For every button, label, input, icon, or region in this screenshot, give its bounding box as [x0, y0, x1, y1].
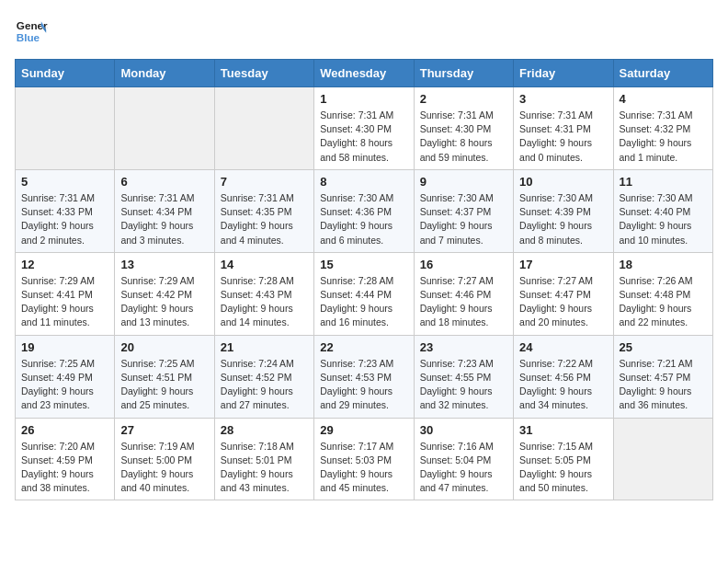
calendar-cell: 5Sunrise: 7:31 AM Sunset: 4:33 PM Daylig…: [16, 169, 115, 252]
day-info: Sunrise: 7:17 AM Sunset: 5:03 PM Dayligh…: [320, 440, 407, 496]
day-info: Sunrise: 7:27 AM Sunset: 4:46 PM Dayligh…: [420, 274, 507, 330]
day-number: 4: [620, 92, 707, 106]
calendar-cell: 23Sunrise: 7:23 AM Sunset: 4:55 PM Dayli…: [414, 335, 513, 418]
day-info: Sunrise: 7:19 AM Sunset: 5:00 PM Dayligh…: [120, 440, 208, 496]
day-info: Sunrise: 7:18 AM Sunset: 5:01 PM Dayligh…: [221, 440, 308, 496]
day-number: 21: [221, 340, 308, 354]
day-number: 13: [120, 258, 208, 271]
header-tuesday: Tuesday: [214, 60, 313, 87]
day-number: 8: [320, 175, 407, 189]
calendar-cell: 15Sunrise: 7:28 AM Sunset: 4:44 PM Dayli…: [314, 252, 414, 335]
day-info: Sunrise: 7:16 AM Sunset: 5:04 PM Dayligh…: [420, 440, 507, 496]
day-number: 17: [519, 258, 607, 271]
calendar-cell: 13Sunrise: 7:29 AM Sunset: 4:42 PM Dayli…: [115, 252, 214, 335]
day-info: Sunrise: 7:22 AM Sunset: 4:56 PM Dayligh…: [519, 357, 607, 413]
day-info: Sunrise: 7:31 AM Sunset: 4:32 PM Dayligh…: [620, 109, 707, 165]
calendar-cell: 3Sunrise: 7:31 AM Sunset: 4:31 PM Daylig…: [514, 87, 613, 170]
calendar-cell: 31Sunrise: 7:15 AM Sunset: 5:05 PM Dayli…: [514, 418, 613, 500]
day-info: Sunrise: 7:31 AM Sunset: 4:35 PM Dayligh…: [221, 191, 308, 247]
calendar-cell: 26Sunrise: 7:20 AM Sunset: 4:59 PM Dayli…: [16, 418, 115, 500]
day-number: 12: [21, 258, 108, 271]
day-number: 3: [519, 92, 607, 106]
day-number: 7: [221, 175, 308, 189]
day-number: 28: [221, 423, 308, 437]
day-number: 6: [120, 175, 208, 189]
day-info: Sunrise: 7:29 AM Sunset: 4:42 PM Dayligh…: [120, 274, 208, 330]
day-info: Sunrise: 7:21 AM Sunset: 4:57 PM Dayligh…: [620, 357, 707, 413]
day-info: Sunrise: 7:24 AM Sunset: 4:52 PM Dayligh…: [221, 357, 308, 413]
calendar-week-1: 1Sunrise: 7:31 AM Sunset: 4:30 PM Daylig…: [16, 87, 713, 170]
calendar-week-5: 26Sunrise: 7:20 AM Sunset: 4:59 PM Dayli…: [16, 418, 713, 500]
day-info: Sunrise: 7:30 AM Sunset: 4:37 PM Dayligh…: [420, 191, 507, 247]
header-friday: Friday: [514, 60, 613, 87]
svg-text:Blue: Blue: [17, 31, 40, 43]
day-number: 22: [320, 340, 407, 354]
day-number: 20: [120, 340, 208, 354]
day-info: Sunrise: 7:26 AM Sunset: 4:48 PM Dayligh…: [620, 274, 707, 330]
calendar-cell: 18Sunrise: 7:26 AM Sunset: 4:48 PM Dayli…: [613, 252, 712, 335]
calendar-cell: 19Sunrise: 7:25 AM Sunset: 4:49 PM Dayli…: [16, 335, 115, 418]
calendar-cell: 14Sunrise: 7:28 AM Sunset: 4:43 PM Dayli…: [214, 252, 313, 335]
logo: General Blue: [15, 15, 53, 48]
page-header: General Blue: [15, 15, 713, 48]
day-info: Sunrise: 7:15 AM Sunset: 5:05 PM Dayligh…: [519, 440, 607, 496]
calendar-cell: 25Sunrise: 7:21 AM Sunset: 4:57 PM Dayli…: [613, 335, 712, 418]
day-number: 19: [21, 340, 108, 354]
day-number: 18: [620, 258, 707, 271]
day-info: Sunrise: 7:30 AM Sunset: 4:40 PM Dayligh…: [620, 191, 707, 247]
calendar-cell: 30Sunrise: 7:16 AM Sunset: 5:04 PM Dayli…: [414, 418, 513, 500]
day-info: Sunrise: 7:23 AM Sunset: 4:55 PM Dayligh…: [420, 357, 507, 413]
day-info: Sunrise: 7:27 AM Sunset: 4:47 PM Dayligh…: [519, 274, 607, 330]
calendar-cell: 9Sunrise: 7:30 AM Sunset: 4:37 PM Daylig…: [414, 169, 513, 252]
day-number: 30: [420, 423, 507, 437]
day-info: Sunrise: 7:31 AM Sunset: 4:33 PM Dayligh…: [21, 191, 108, 247]
day-info: Sunrise: 7:30 AM Sunset: 4:36 PM Dayligh…: [320, 191, 407, 247]
calendar-cell: 6Sunrise: 7:31 AM Sunset: 4:34 PM Daylig…: [115, 169, 214, 252]
day-info: Sunrise: 7:31 AM Sunset: 4:31 PM Dayligh…: [519, 109, 607, 165]
calendar-cell: 4Sunrise: 7:31 AM Sunset: 4:32 PM Daylig…: [613, 87, 712, 170]
header-sunday: Sunday: [16, 60, 115, 87]
calendar-cell: 17Sunrise: 7:27 AM Sunset: 4:47 PM Dayli…: [514, 252, 613, 335]
day-number: 11: [620, 175, 707, 189]
header-thursday: Thursday: [414, 60, 513, 87]
day-number: 25: [620, 340, 707, 354]
day-number: 26: [21, 423, 108, 437]
day-info: Sunrise: 7:28 AM Sunset: 4:43 PM Dayligh…: [221, 274, 308, 330]
day-number: 9: [420, 175, 507, 189]
day-number: 24: [519, 340, 607, 354]
header-monday: Monday: [115, 60, 214, 87]
logo-icon: General Blue: [15, 15, 48, 48]
calendar-cell: 29Sunrise: 7:17 AM Sunset: 5:03 PM Dayli…: [314, 418, 414, 500]
day-number: 1: [320, 92, 407, 106]
calendar-table: SundayMondayTuesdayWednesdayThursdayFrid…: [15, 59, 713, 500]
day-number: 31: [519, 423, 607, 437]
calendar-cell: 16Sunrise: 7:27 AM Sunset: 4:46 PM Dayli…: [414, 252, 513, 335]
day-info: Sunrise: 7:31 AM Sunset: 4:30 PM Dayligh…: [320, 109, 407, 165]
day-info: Sunrise: 7:29 AM Sunset: 4:41 PM Dayligh…: [21, 274, 108, 330]
day-number: 15: [320, 258, 407, 271]
calendar-cell: 8Sunrise: 7:30 AM Sunset: 4:36 PM Daylig…: [314, 169, 414, 252]
day-number: 10: [519, 175, 607, 189]
calendar-cell: 1Sunrise: 7:31 AM Sunset: 4:30 PM Daylig…: [314, 87, 414, 170]
calendar-cell: 20Sunrise: 7:25 AM Sunset: 4:51 PM Dayli…: [115, 335, 214, 418]
calendar-cell: 7Sunrise: 7:31 AM Sunset: 4:35 PM Daylig…: [214, 169, 313, 252]
calendar-cell: 11Sunrise: 7:30 AM Sunset: 4:40 PM Dayli…: [613, 169, 712, 252]
calendar-cell: 2Sunrise: 7:31 AM Sunset: 4:30 PM Daylig…: [414, 87, 513, 170]
calendar-week-3: 12Sunrise: 7:29 AM Sunset: 4:41 PM Dayli…: [16, 252, 713, 335]
calendar-cell: 12Sunrise: 7:29 AM Sunset: 4:41 PM Dayli…: [16, 252, 115, 335]
calendar-cell: 28Sunrise: 7:18 AM Sunset: 5:01 PM Dayli…: [214, 418, 313, 500]
calendar-cell: 21Sunrise: 7:24 AM Sunset: 4:52 PM Dayli…: [214, 335, 313, 418]
calendar-week-4: 19Sunrise: 7:25 AM Sunset: 4:49 PM Dayli…: [16, 335, 713, 418]
day-info: Sunrise: 7:31 AM Sunset: 4:34 PM Dayligh…: [120, 191, 208, 247]
day-info: Sunrise: 7:20 AM Sunset: 4:59 PM Dayligh…: [21, 440, 108, 496]
day-info: Sunrise: 7:28 AM Sunset: 4:44 PM Dayligh…: [320, 274, 407, 330]
day-number: 23: [420, 340, 507, 354]
day-number: 29: [320, 423, 407, 437]
calendar-cell: 10Sunrise: 7:30 AM Sunset: 4:39 PM Dayli…: [514, 169, 613, 252]
calendar-cell: [115, 87, 214, 170]
calendar-cell: [214, 87, 313, 170]
calendar-week-2: 5Sunrise: 7:31 AM Sunset: 4:33 PM Daylig…: [16, 169, 713, 252]
day-number: 27: [120, 423, 208, 437]
day-info: Sunrise: 7:23 AM Sunset: 4:53 PM Dayligh…: [320, 357, 407, 413]
calendar-cell: 27Sunrise: 7:19 AM Sunset: 5:00 PM Dayli…: [115, 418, 214, 500]
